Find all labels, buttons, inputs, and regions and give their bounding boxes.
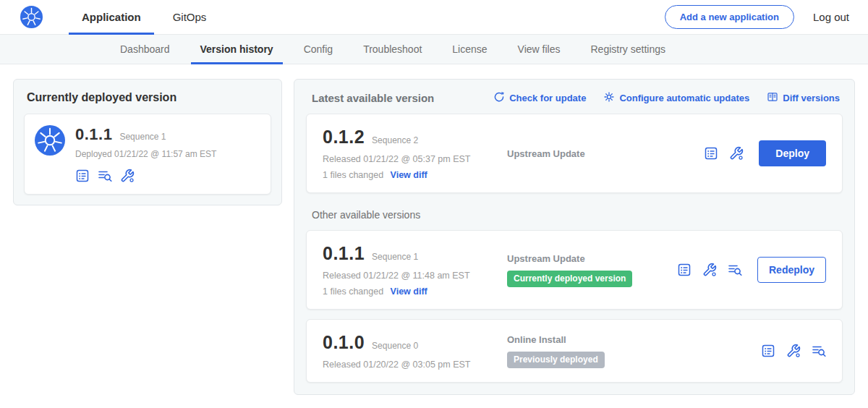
tab-dashboard[interactable]: Dashboard [105,35,185,64]
app-icon [35,125,65,183]
available-versions-panel: Latest available version Check for updat… [294,79,855,395]
release-notes-icon[interactable] [761,344,775,358]
add-application-button[interactable]: Add a new application [665,5,794,29]
version-info: 0.1.0 Sequence 0 Released 01/20/22 @ 03:… [323,332,507,370]
redeploy-button[interactable]: Redeploy [757,257,826,283]
files-changed-label: 1 files changed [323,286,383,297]
version-sequence: Sequence 0 [372,341,418,351]
release-notes-icon[interactable] [75,169,90,183]
currently-deployed-panel: Currently deployed version [13,79,282,205]
tab-version-history[interactable]: Version history [185,35,289,64]
diff-versions-link[interactable]: Diff versions [767,91,840,105]
released-timestamp: Released 01/21/22 @ 11:48 am EST [323,271,507,281]
version-number: 0.1.1 [323,243,365,264]
config-icon[interactable] [120,169,135,183]
deploy-button[interactable]: Deploy [759,140,826,166]
released-timestamp: Released 01/21/22 @ 05:37 pm EST [323,154,507,164]
deployed-version-details: 0.1.1 Sequence 1 Deployed 01/21/22 @ 11:… [75,125,216,183]
view-diff-link[interactable]: View diff [391,170,427,180]
files-changed-row: 1 files changed View diff [323,286,507,297]
top-bar: Application GitOps Add a new application… [0,0,868,35]
configure-updates-link[interactable]: Configure automatic updates [603,91,749,105]
version-sequence: Sequence 1 [372,252,418,262]
diff-icon[interactable] [812,344,826,358]
currently-deployed-title: Currently deployed version [27,91,268,104]
currently-deployed-badge: Currently deployed version [507,271,632,287]
version-number: 0.1.0 [323,332,365,353]
tab-config[interactable]: Config [289,35,348,64]
tab-view-files[interactable]: View files [503,35,576,64]
tab-gitops-label: GitOps [173,11,207,23]
config-icon[interactable] [702,263,717,277]
source-label: Online Install [507,334,754,345]
config-icon[interactable] [786,344,801,358]
check-for-update-label: Check for update [509,93,586,103]
main-content: Currently deployed version [0,64,868,408]
available-versions-header: Latest available version Check for updat… [306,87,843,114]
source-label: Upstream Update [507,148,697,159]
configure-updates-label: Configure automatic updates [619,93,749,103]
check-for-update-link[interactable]: Check for update [493,91,586,105]
version-actions [761,344,826,358]
deployed-sequence: Sequence 1 [119,132,166,142]
version-info: 0.1.2 Sequence 2 Released 01/21/22 @ 05:… [323,127,507,180]
version-card: 0.1.0 Sequence 0 Released 01/20/22 @ 03:… [306,319,843,383]
version-source: Upstream Update Currently deployed versi… [507,253,677,287]
released-timestamp: Released 01/20/22 @ 03:05 pm EST [323,360,507,370]
gear-icon [603,91,615,105]
tab-application-label: Application [82,11,141,23]
version-number: 0.1.2 [323,127,365,148]
other-versions-title: Other available versions [312,209,838,221]
header-actions: Check for update Configure automatic upd… [493,91,840,105]
tab-registry-settings[interactable]: Registry settings [575,35,680,64]
diff-versions-icon [767,91,778,105]
release-notes-icon[interactable] [704,146,718,161]
deployed-timestamp: Deployed 01/21/22 @ 11:57 am EST [75,149,216,159]
release-notes-icon[interactable] [677,263,692,277]
version-source: Upstream Update [507,148,704,159]
previously-deployed-badge: Previously deployed [507,352,605,368]
files-changed-label: 1 files changed [323,170,383,180]
version-card-latest: 0.1.2 Sequence 2 Released 01/21/22 @ 05:… [306,114,843,193]
version-info: 0.1.1 Sequence 1 Released 01/21/22 @ 11:… [323,243,507,297]
diff-icon[interactable] [98,169,112,183]
app-sub-nav: Dashboard Version history Config Trouble… [0,35,868,64]
refresh-icon [493,91,505,105]
version-card: 0.1.1 Sequence 1 Released 01/21/22 @ 11:… [306,230,843,310]
tab-license[interactable]: License [437,35,502,64]
tab-application[interactable]: Application [66,0,157,35]
diff-versions-label: Diff versions [783,93,840,103]
config-icon[interactable] [729,146,744,161]
version-source: Online Install Previously deployed [507,334,761,368]
view-diff-link[interactable]: View diff [391,286,427,297]
latest-available-title: Latest available version [312,92,434,104]
deployed-version-card: 0.1.1 Sequence 1 Deployed 01/21/22 @ 11:… [24,114,271,195]
version-sequence: Sequence 2 [372,135,418,145]
version-actions: Deploy [704,140,826,166]
deployed-version-number: 0.1.1 [75,125,112,144]
source-label: Upstream Update [507,253,670,264]
logout-link[interactable]: Log out [813,11,849,23]
diff-icon[interactable] [728,263,742,277]
tab-gitops[interactable]: GitOps [157,0,223,35]
files-changed-row: 1 files changed View diff [323,170,507,180]
tab-troubleshoot[interactable]: Troubleshoot [348,35,437,64]
version-actions: Redeploy [677,257,826,283]
kubernetes-logo-icon [20,6,43,28]
deployed-actions [75,169,216,183]
primary-nav: Application GitOps [66,0,222,35]
